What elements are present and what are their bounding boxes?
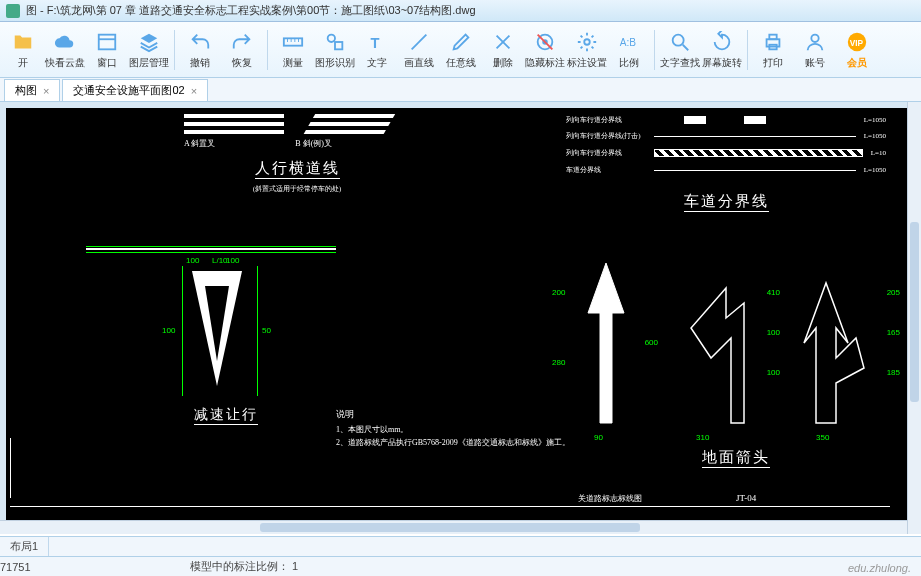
toolbar-vip-button[interactable]: VIP会员 — [836, 24, 878, 76]
svg-point-12 — [673, 34, 684, 45]
text-icon: T — [365, 30, 389, 54]
ratio-icon: A:B — [617, 30, 641, 54]
toolbar-ruler-button[interactable]: 测量 — [272, 24, 314, 76]
toolbar-label: 账号 — [805, 56, 825, 70]
toolbar-undo-button[interactable]: 撤销 — [179, 24, 221, 76]
window-icon — [95, 30, 119, 54]
lane-title: 车道分界线 — [684, 193, 769, 212]
toolbar-redo-button[interactable]: 恢复 — [221, 24, 263, 76]
main-toolbar: 开快看云盘窗口图层管理撤销恢复测量图形识别T文字画直线任意线删除隐藏标注标注设置… — [0, 22, 921, 78]
dim-l10: L/10 — [212, 256, 228, 265]
yield-triangle-icon — [182, 266, 272, 396]
lane-row2-label: 列向车行道分界线(打击) — [566, 131, 646, 141]
toolbar-label: 文字查找 — [660, 56, 700, 70]
svg-text:VIP: VIP — [850, 38, 864, 47]
toolbar-print-button[interactable]: 打印 — [752, 24, 794, 76]
arrow-straight: 200 280 600 90 — [576, 258, 636, 430]
toolbar-folder-button[interactable]: 开 — [2, 24, 44, 76]
label-a: A 斜置叉 — [184, 138, 215, 149]
svg-rect-0 — [99, 34, 116, 49]
layout-tab[interactable]: 布局1 — [0, 537, 49, 556]
arrow-straight-left: 205 165 185 350 — [796, 258, 876, 430]
vertical-scrollbar[interactable] — [907, 102, 921, 534]
toolbar-rotate-button[interactable]: 屏幕旋转 — [701, 24, 743, 76]
svg-line-13 — [683, 44, 689, 50]
dim-50: 50 — [262, 326, 271, 335]
svg-point-3 — [328, 34, 335, 41]
toolbar-label: 恢复 — [232, 56, 252, 70]
lane-row4-val: L=1050 — [864, 166, 886, 174]
footer-label: 关道路标志标线图 — [578, 494, 642, 503]
close-icon[interactable]: × — [191, 85, 197, 97]
toolbar-label: 图形识别 — [315, 56, 355, 70]
shapes-icon — [323, 30, 347, 54]
lane-row4-label: 车道分界线 — [566, 165, 646, 175]
toolbar-label: 会员 — [847, 56, 867, 70]
coord-readout: 71751 — [0, 561, 190, 573]
horizontal-scrollbar[interactable] — [0, 520, 907, 534]
toolbar-line-button[interactable]: 画直线 — [398, 24, 440, 76]
arrows-title: 地面箭头 — [702, 449, 770, 468]
toolbar-cloud-button[interactable]: 快看云盘 — [44, 24, 86, 76]
stripes-b — [305, 114, 415, 132]
toolbar-search-button[interactable]: 文字查找 — [659, 24, 701, 76]
toolbar-label: 画直线 — [404, 56, 434, 70]
app-icon — [6, 4, 20, 18]
scrollbar-thumb[interactable] — [260, 523, 640, 532]
document-tab[interactable]: 交通安全设施平面图02× — [62, 79, 208, 101]
crosswalk-title: 人行横道线 — [255, 160, 340, 179]
watermark: edu.zhulong. — [848, 562, 911, 574]
yield-title: 减速让行 — [194, 407, 258, 425]
label-b: B 斜(例)叉 — [295, 138, 332, 149]
gear-icon — [575, 30, 599, 54]
crosswalk-note: (斜置式适用于经常停车的处) — [253, 185, 342, 193]
svg-point-10 — [584, 39, 590, 45]
status-bar-1: 布局1 — [0, 536, 921, 556]
cad-canvas[interactable]: A 斜置叉 B 斜(例)叉 人行横道线 (斜置式适用于经常停车的处) 列向车行道… — [6, 108, 915, 528]
lane-row1-label: 列向车行道分界线 — [566, 115, 646, 125]
redo-icon — [230, 30, 254, 54]
tab-label: 构图 — [15, 83, 37, 98]
window-title: 图 - F:\筑龙网\第 07 章 道路交通安全标志工程实战案例\第00节：施工… — [26, 3, 476, 18]
toolbar-label: 图层管理 — [129, 56, 169, 70]
svg-rect-15 — [769, 34, 776, 39]
svg-rect-2 — [284, 38, 302, 45]
dim-100c: 100 — [162, 326, 175, 335]
document-tab[interactable]: 构图× — [4, 79, 60, 101]
arrow-left-turn: 410 100 100 310 — [676, 258, 756, 430]
toolbar-label: 标注设置 — [567, 56, 607, 70]
toolbar-user-button[interactable]: 账号 — [794, 24, 836, 76]
lane-row2-val: L=1050 — [864, 132, 886, 140]
toolbar-layers-button[interactable]: 图层管理 — [128, 24, 170, 76]
cloud-icon — [53, 30, 77, 54]
toolbar-text-button[interactable]: T文字 — [356, 24, 398, 76]
toolbar-label: 任意线 — [446, 56, 476, 70]
toolbar-ratio-button[interactable]: A:B比例 — [608, 24, 650, 76]
notes-2: 2、道路标线产品执行GB5768-2009《道路交通标志和标线》施工。 — [336, 437, 596, 448]
toolbar-label: 快看云盘 — [45, 56, 85, 70]
toolbar-window-button[interactable]: 窗口 — [86, 24, 128, 76]
toolbar-label: 撤销 — [190, 56, 210, 70]
toolbar-label: 窗口 — [97, 56, 117, 70]
toolbar-erase-button[interactable]: 删除 — [482, 24, 524, 76]
tab-label: 交通安全设施平面图02 — [73, 83, 184, 98]
rotate-icon — [710, 30, 734, 54]
lane-row3-label: 列向车行道分界线 — [566, 148, 646, 158]
lane-row3-val: L=10 — [871, 149, 886, 157]
toolbar-label: 删除 — [493, 56, 513, 70]
scale-label: 模型中的标注比例： 1 — [190, 559, 298, 574]
toolbar-pencil-button[interactable]: 任意线 — [440, 24, 482, 76]
toolbar-label: 测量 — [283, 56, 303, 70]
svg-rect-4 — [335, 42, 342, 49]
svg-text:T: T — [371, 34, 380, 50]
toolbar-hide-button[interactable]: 隐藏标注 — [524, 24, 566, 76]
toolbar-gear-button[interactable]: 标注设置 — [566, 24, 608, 76]
scrollbar-thumb[interactable] — [910, 222, 919, 402]
close-icon[interactable]: × — [43, 85, 49, 97]
notes-title: 说明 — [336, 408, 596, 421]
toolbar-shapes-button[interactable]: 图形识别 — [314, 24, 356, 76]
toolbar-label: 打印 — [763, 56, 783, 70]
canvas-area: A 斜置叉 B 斜(例)叉 人行横道线 (斜置式适用于经常停车的处) 列向车行道… — [0, 102, 921, 534]
svg-marker-22 — [588, 263, 624, 423]
toolbar-label: 隐藏标注 — [525, 56, 565, 70]
